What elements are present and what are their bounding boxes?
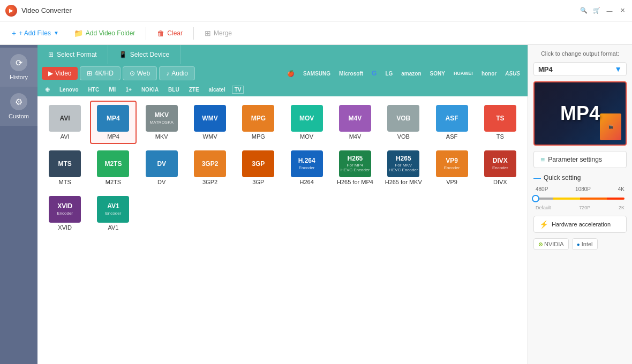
hw-accel-icon: ⚡ (539, 220, 548, 229)
slider-track (536, 198, 625, 200)
quality-slider[interactable] (536, 193, 625, 204)
format-thumb-3gp2: 3GP2 (194, 150, 226, 177)
format-thumb-asf: ASF (436, 105, 468, 132)
search-btn[interactable]: 🔍 (580, 6, 588, 15)
format-label-mts: MTS (59, 179, 71, 185)
format-thumb-mov: MOV (291, 105, 323, 132)
web-category-button[interactable]: ⊙ Web (123, 66, 157, 80)
format-item-mpg[interactable]: MPGMPG (235, 101, 281, 144)
format-thumb-vob: VOB (387, 105, 419, 132)
format-label-asf: ASF (446, 133, 457, 140)
intel-logo: ● (577, 241, 580, 247)
audio-category-button[interactable]: ♪ Audio (159, 66, 195, 80)
sidebar-item-custom[interactable]: ⚙ Custom (0, 87, 37, 126)
format-thumb-h264: H.264Encoder (291, 150, 323, 177)
format-item-3gp[interactable]: 3GP3GP (235, 146, 281, 189)
format-label-mkv: MKV (155, 133, 168, 140)
add-folder-button[interactable]: 📁 Add Video Folder (67, 26, 142, 40)
alcatel-logo: alcatel (206, 86, 229, 94)
select-device-tab[interactable]: 📱 Select Device (108, 45, 180, 64)
format-item-wmv[interactable]: WMVWMV (187, 101, 233, 144)
format-thumb-ts: TS (484, 105, 516, 132)
format-item-av1[interactable]: AV1EncoderAV1 (90, 192, 136, 235)
format-item-xvid[interactable]: XVIDEncoderXVID (42, 192, 88, 235)
app-icon: ▶ (5, 5, 17, 17)
add-files-button[interactable]: + + Add Files ▼ (5, 26, 65, 40)
format-label-mp4: MP4 (107, 133, 119, 140)
close-btn[interactable]: ✕ (618, 6, 627, 15)
format-item-dv[interactable]: DVDV (139, 146, 185, 189)
format-label-divx: DIVX (493, 179, 507, 185)
hardware-acceleration-button[interactable]: ⚡ Hardware acceleration (533, 216, 627, 233)
format-thumb-vp9: VP9Encoder (436, 150, 468, 177)
cart-btn[interactable]: 🛒 (592, 6, 601, 15)
title-bar: ▶ Video Converter 🔍 🛒 — ✕ (0, 0, 632, 21)
format-item-vob[interactable]: VOBVOB (380, 101, 426, 144)
amazon-logo: amazon (398, 70, 424, 78)
format-label-dv: DV (157, 179, 165, 185)
plus-icon: + (12, 29, 16, 37)
4k-category-button[interactable]: ⊞ 4K/HD (80, 66, 120, 80)
google-logo: G (368, 69, 380, 78)
tv-logo: TV (232, 86, 244, 94)
samsung-logo: SAMSUNG (300, 70, 334, 78)
format-thumb-mkv: MKVMATROSKA (146, 105, 178, 132)
device-tab-icon: 📱 (119, 51, 127, 58)
format-item-m2ts[interactable]: M2TSM2TS (90, 146, 136, 189)
format-categories: ▶ Video ⊞ 4K/HD ⊙ Web ♪ Audio 🍎 SAMSUNG … (37, 64, 528, 82)
label-480p: 480P (536, 186, 548, 192)
preview-format-text: MP4 (560, 102, 600, 125)
format-item-h265mp4[interactable]: H265For MP4 HEVC EncoderH265 for MP4 (332, 146, 378, 189)
nvidia-button[interactable]: ⊙ NVIDIA (533, 238, 569, 250)
minimize-btn[interactable]: — (605, 6, 614, 15)
select-format-tab[interactable]: ⊞ Select Format (37, 45, 108, 64)
format-label-h265mkv: H265 for MKV (385, 179, 422, 185)
zte-logo: ZTE (186, 86, 202, 94)
format-label-h264: H264 (300, 179, 314, 185)
format-item-ts[interactable]: TSTS (477, 101, 523, 144)
format-item-divx[interactable]: DIVXEncoderDIVX (477, 146, 523, 189)
format-item-asf[interactable]: ASFASF (428, 101, 475, 144)
format-label-mov: MOV (300, 133, 313, 140)
format-area: ⊞ Select Format 📱 Select Device ▶ Video … (37, 45, 528, 364)
format-thumb-xvid: XVIDEncoder (49, 196, 81, 223)
format-item-mts[interactable]: MTSMTS (42, 146, 88, 189)
format-item-h265mkv[interactable]: H265For MKV HEVC EncoderH265 for MKV (380, 146, 426, 189)
format-item-mkv[interactable]: MKVMATROSKAMKV (139, 101, 185, 144)
asus-logo: ASUS (502, 70, 523, 78)
quality-bottom-labels: Default 720P 2K (536, 205, 625, 210)
format-item-vp9[interactable]: VP9EncoderVP9 (428, 146, 475, 189)
format-thumb-dv: DV (146, 150, 178, 177)
format-item-avi[interactable]: AVIAVI (42, 101, 88, 144)
format-item-mp4[interactable]: MP4MP4 (90, 101, 136, 144)
toolbar-divider (146, 27, 146, 40)
parameter-settings-button[interactable]: ≡ Parameter settings (533, 151, 627, 168)
format-thumb-m4v: M4V (339, 105, 371, 132)
sidebar-item-history[interactable]: ⟳ History (0, 48, 37, 87)
dropdown-arrow-icon[interactable]: ▼ (54, 30, 59, 36)
video-icon: ▶ (48, 70, 53, 77)
lg-logo: LG (382, 70, 396, 78)
format-item-3gp2[interactable]: 3GP23GP2 (187, 146, 233, 189)
format-item-h264[interactable]: H.264EncoderH264 (284, 146, 330, 189)
format-thumb-divx: DIVXEncoder (484, 150, 516, 177)
format-thumb-mts: MTS (49, 150, 81, 177)
nvidia-logo: ⊙ (538, 241, 543, 247)
format-selector[interactable]: MP4 ▼ (533, 62, 627, 76)
format-label-mpg: MPG (252, 133, 265, 140)
slider-thumb[interactable] (532, 195, 539, 202)
custom-icon: ⚙ (10, 93, 27, 110)
format-dropdown-icon[interactable]: ▼ (614, 65, 622, 73)
microsoft-logo: Microsoft (336, 70, 366, 78)
intel-button[interactable]: ● Intel (572, 238, 598, 250)
video-category-button[interactable]: ▶ Video (42, 67, 78, 80)
format-item-mov[interactable]: MOVMOV (284, 101, 330, 144)
format-thumb-3gp: 3GP (242, 150, 274, 177)
format-item-m4v[interactable]: M4VM4V (332, 101, 378, 144)
toolbar: + + Add Files ▼ 📁 Add Video Folder 🗑 Cle… (0, 21, 632, 45)
apple-logo: 🍎 (284, 69, 298, 78)
oneplus-logo: 1+ (122, 86, 134, 94)
merge-button[interactable]: ⊞ Merge (198, 26, 238, 40)
format-label-h265mp4: H265 for MP4 (337, 179, 373, 185)
clear-button[interactable]: 🗑 Clear (151, 26, 189, 40)
